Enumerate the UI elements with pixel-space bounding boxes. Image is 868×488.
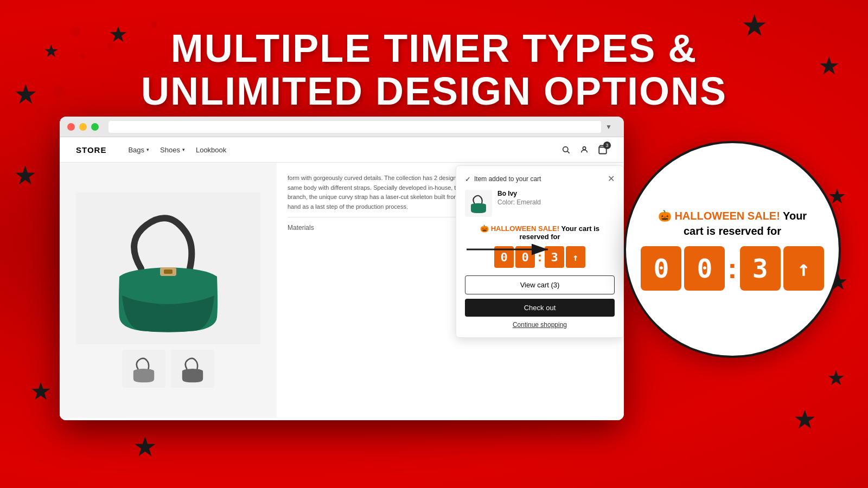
search-icon[interactable] [561, 145, 571, 155]
zoom-digit-h1: 0 [641, 246, 681, 291]
store-logo: STORE [76, 145, 106, 155]
view-cart-button[interactable]: View cart (3) [465, 275, 615, 294]
main-title-block: MULTIPLE TIMER TYPES & UNLIMITED DESIGN … [0, 16, 868, 124]
nav-icons: 3 [561, 145, 608, 155]
cart-item-image [465, 190, 492, 217]
materials-label: Materials [288, 223, 314, 233]
chevron-icon: ▾ [146, 147, 149, 152]
zoom-digit-m1: 3 [740, 246, 781, 291]
product-thumbnails [122, 350, 214, 388]
continue-shopping-link[interactable]: Continue shopping [465, 321, 615, 329]
svg-point-2 [583, 147, 585, 150]
svg-line-1 [567, 151, 570, 153]
thumbnail-1[interactable] [122, 350, 165, 388]
nav-item-shoes[interactable]: Shoes ▾ [160, 146, 185, 154]
traffic-light-green[interactable] [91, 123, 99, 131]
checkmark-icon: ✓ [465, 175, 471, 183]
product-images [60, 163, 277, 418]
zoom-halloween-text: 🎃 HALLOWEEN SALE! Your cart is reserved … [648, 208, 817, 239]
close-button[interactable]: ✕ [608, 175, 615, 183]
cart-added-message: ✓ Item added to your cart [465, 175, 541, 183]
browser-chevron-icon: ▼ [605, 123, 616, 131]
store-navigation: STORE Bags ▾ Shoes ▾ Lookbook [60, 137, 624, 163]
nav-item-bags[interactable]: Bags ▾ [128, 146, 149, 154]
chevron-icon: ▾ [182, 147, 185, 152]
arrow [461, 228, 559, 271]
bag-svg [98, 198, 239, 339]
browser-content: STORE Bags ▾ Shoes ▾ Lookbook [60, 137, 624, 420]
timer-digit-m2: ↑ [566, 246, 585, 268]
zoom-colon: : [727, 254, 737, 282]
account-icon[interactable] [579, 145, 589, 155]
checkout-button[interactable]: Check out [465, 299, 615, 317]
cart-item-info: Bo Ivy Color: Emerald [497, 190, 541, 217]
cart-icon[interactable]: 3 [598, 145, 608, 155]
cart-badge: 3 [603, 142, 611, 149]
traffic-light-red[interactable] [67, 123, 75, 131]
nav-links: Bags ▾ Shoes ▾ Lookbook [128, 146, 226, 154]
page-title: MULTIPLE TIMER TYPES & UNLIMITED DESIGN … [11, 27, 857, 113]
traffic-light-yellow[interactable] [79, 123, 87, 131]
cart-item-name: Bo Ivy [497, 190, 541, 197]
svg-rect-5 [164, 269, 173, 274]
thumbnail-2[interactable] [171, 350, 214, 388]
zoom-timer: 0 0 : 3 ↑ [641, 246, 824, 291]
zoom-circle: 🎃 HALLOWEEN SALE! Your cart is reserved … [624, 141, 841, 358]
svg-point-0 [563, 147, 568, 152]
url-bar[interactable] [108, 121, 601, 133]
cart-popup-header: ✓ Item added to your cart ✕ [465, 175, 615, 183]
cart-item-color: Color: Emerald [497, 198, 541, 206]
zoom-digit-m2: ↑ [783, 246, 824, 291]
cart-item: Bo Ivy Color: Emerald [465, 190, 615, 217]
nav-item-lookbook[interactable]: Lookbook [196, 146, 226, 154]
zoom-digit-h2: 0 [684, 246, 725, 291]
product-main-image [76, 192, 260, 344]
browser-titlebar: ▼ [60, 117, 624, 137]
